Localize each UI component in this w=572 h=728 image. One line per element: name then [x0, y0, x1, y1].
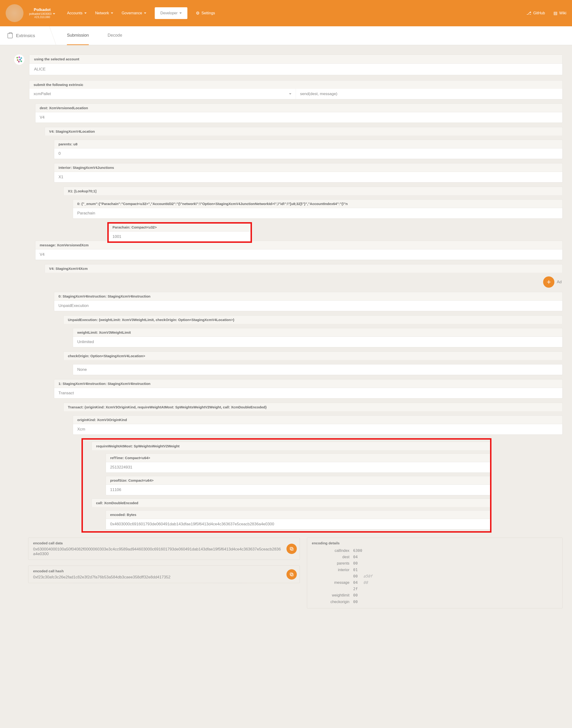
inst0-detail-label: UnpaidExecution: {weightLimit: XcmV3Weig…: [63, 315, 563, 324]
inst1-label: 1: StagingXcmV4Instruction: StagingXcmV4…: [54, 379, 563, 388]
account-label: using the selected account: [29, 55, 562, 64]
parachain-highlight: Parachain: Compact<u32> 1001: [108, 223, 251, 242]
svg-point-2: [20, 57, 22, 59]
copy-call-data-button[interactable]: [286, 543, 297, 554]
dest-v4-label: V4: StagingXcmV4Location: [45, 127, 563, 136]
message-value[interactable]: V4: [35, 249, 563, 260]
clipboard-icon: [7, 33, 13, 38]
originkind-value[interactable]: Xcm: [73, 424, 563, 435]
caret-down-icon: [180, 12, 182, 14]
svg-rect-8: [290, 547, 292, 550]
encoding-detail-row: parents00: [312, 560, 558, 567]
nav-governance-label: Governance: [122, 11, 142, 15]
extrinsic-selector[interactable]: xcmPallet send(dest, message): [29, 89, 563, 99]
inst0-label: 0: StagingXcmV4Instruction: StagingXcmV4…: [54, 292, 563, 300]
parachain-value[interactable]: 1001: [108, 231, 251, 242]
page-title-block: Extrinsics: [7, 33, 35, 38]
message-v4-label: V4: StagingXcmV4Xcm: [45, 264, 563, 273]
network-info[interactable]: Polkadot polkadot/1003003 #23,310,080: [29, 7, 55, 19]
reftime-value[interactable]: 2513224931: [106, 462, 491, 473]
encoding-detail-row: dest04: [312, 554, 558, 560]
tab-submission[interactable]: Submission: [67, 26, 89, 45]
nav-wiki-label: Wiki: [559, 11, 566, 15]
nav-network[interactable]: Network: [95, 11, 113, 15]
nav-governance[interactable]: Governance: [122, 11, 146, 15]
inst1-detail-label: Transact: {originKind: XcmV3OriginKind, …: [63, 403, 563, 411]
weightlimit-value[interactable]: Unlimited: [73, 337, 563, 347]
tab-decode[interactable]: Decode: [108, 26, 122, 45]
svg-point-6: [20, 60, 22, 62]
top-nav-bar: Polkadot polkadot/1003003 #23,310,080 Ac…: [0, 0, 572, 26]
svg-point-0: [16, 57, 18, 59]
checkorigin-label: checkOrigin: Option<StagingXcmV4Location…: [63, 352, 563, 360]
block-number: #23,310,080: [29, 15, 55, 19]
nav-wiki[interactable]: ▤Wiki: [554, 11, 566, 16]
nav-settings[interactable]: ⚙Settings: [196, 11, 215, 16]
nav-settings-label: Settings: [202, 11, 215, 15]
parachain-label: Parachain: Compact<u32>: [108, 223, 251, 231]
caret-down-icon: [111, 12, 113, 14]
account-value: ALICE: [29, 64, 562, 75]
caret-down-icon: [289, 93, 291, 95]
encoding-detail-row: callIndex6300: [312, 548, 558, 554]
call-select[interactable]: send(dest, message): [300, 92, 338, 96]
reftime-label: refTime: Compact<u64>: [106, 453, 491, 462]
dest-label: dest: XcmVersionedLocation: [35, 103, 563, 112]
encoded-value[interactable]: 0x4603000c691601793de060491dab143dfae19f…: [106, 519, 491, 529]
account-avatar: [14, 55, 24, 65]
parents-value[interactable]: 0: [54, 148, 563, 159]
caret-down-icon: [84, 12, 87, 14]
caret-down-icon: [144, 12, 146, 14]
encoded-call-data-block: encoded call data 0x630004000100a50f0408…: [28, 537, 300, 560]
proofsize-label: proofSize: Compact<u64>: [106, 476, 491, 485]
copy-call-hash-button[interactable]: [286, 569, 297, 580]
nav-accounts[interactable]: Accounts: [67, 11, 87, 15]
svg-point-1: [18, 56, 20, 58]
weightlimit-label: weightLimit: XcmV3WeightLimit: [73, 328, 563, 337]
svg-point-3: [17, 59, 18, 61]
junction0-value[interactable]: Parachain: [73, 208, 563, 219]
encoding-detail-row: checkorigin00: [312, 599, 558, 605]
tab-separator: [43, 26, 56, 45]
encoding-detail-row: weightlimit00: [312, 592, 558, 598]
nav-network-label: Network: [95, 11, 109, 15]
proofsize-value[interactable]: 11106: [106, 485, 491, 495]
network-logo[interactable]: [6, 4, 23, 22]
interior-value[interactable]: X1: [54, 172, 563, 183]
svg-rect-9: [291, 574, 293, 576]
add-instruction-label: Ad: [557, 280, 562, 284]
encoded-call-hash-value: 0xf23c30afc3c26e2fad1c82e3f2d7fa76b53a58…: [33, 575, 295, 580]
inst1-value[interactable]: Transact: [54, 388, 563, 398]
extrinsic-label: submit the following extrinsic: [29, 80, 563, 89]
gear-icon: ⚙: [196, 11, 200, 16]
add-instruction-button[interactable]: +: [543, 276, 554, 288]
pallet-select[interactable]: xcmPallet: [33, 92, 51, 96]
encoding-details-block: encoding details callIndex6300dest04pare…: [307, 537, 563, 608]
encoding-detail-row: message0408: [312, 579, 558, 586]
svg-point-4: [19, 59, 21, 61]
encoding-detail-row: 2f: [312, 586, 558, 592]
weight-call-highlight: requireWeightAtMost: SpWeightsWeightV2We…: [82, 439, 491, 532]
network-name: Polkadot: [29, 7, 55, 12]
originkind-label: originKind: XcmV3OriginKind: [73, 416, 563, 424]
nav-developer[interactable]: Developer: [155, 7, 188, 19]
junction0-label: 0: {"_enum":{"Parachain":"Compact<u32>",…: [73, 199, 563, 208]
rwam-label: requireWeightAtMost: SpWeightsWeightV2We…: [91, 442, 491, 450]
book-icon: ▤: [554, 11, 558, 16]
page-title: Extrinsics: [16, 33, 35, 38]
checkorigin-value[interactable]: None: [73, 364, 563, 375]
page-tab-bar: Extrinsics Submission Decode: [0, 26, 572, 45]
account-selector[interactable]: using the selected account ALICE: [29, 55, 563, 75]
nav-github[interactable]: ⎇GitHub: [526, 11, 545, 16]
svg-rect-7: [291, 548, 293, 550]
inst0-value[interactable]: UnpaidExecution: [54, 300, 563, 311]
svg-rect-10: [290, 573, 292, 575]
network-spec: polkadot/1003003: [29, 12, 52, 15]
x1-label: X1: [Lookup70;1]: [63, 187, 563, 195]
github-icon: ⎇: [526, 11, 531, 16]
nav-github-label: GitHub: [533, 11, 545, 15]
network-switch-caret-icon[interactable]: [53, 13, 55, 14]
encoding-detail-row: interior01: [312, 567, 558, 573]
call-label: call: XcmDoubleEncoded: [91, 499, 491, 507]
dest-value[interactable]: V4: [35, 112, 563, 123]
